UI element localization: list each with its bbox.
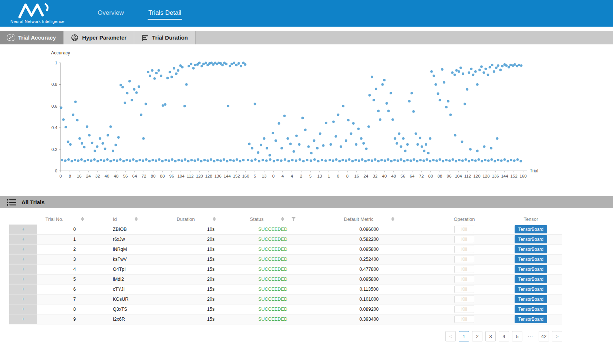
filter-icon[interactable]	[292, 217, 296, 221]
expand-row-button[interactable]: +	[9, 294, 37, 304]
svg-text:0: 0	[60, 174, 62, 178]
trial-no-cell: 6	[37, 284, 92, 294]
tensorboard-button[interactable]: TensorBoard	[515, 225, 547, 233]
status-cell: SUCCEEDED	[237, 225, 309, 234]
kill-button[interactable]: Kill	[454, 246, 474, 253]
pagination: <12345···42>	[9, 331, 562, 341]
tab-hyper-parameter[interactable]: Hyper Parameter	[64, 31, 134, 44]
pagination-page-5[interactable]: 5	[512, 331, 522, 341]
svg-text:152: 152	[510, 174, 517, 178]
tensorboard-button[interactable]: TensorBoard	[515, 275, 547, 283]
sort-icon[interactable]	[81, 217, 84, 221]
tab-trial-duration-label: Trial Duration	[152, 34, 188, 41]
duration-cell: 10s	[155, 245, 237, 254]
operation-cell: Kill	[429, 274, 499, 284]
column-header-status[interactable]: Status	[237, 213, 309, 225]
pagination-ellipsis[interactable]: ···	[525, 331, 536, 341]
trial-no-cell: 0	[37, 225, 92, 234]
status-cell: SUCCEEDED	[237, 264, 309, 274]
expand-row-button[interactable]: +	[9, 235, 37, 244]
column-header-id[interactable]: Id	[92, 213, 155, 225]
nni-logo-text: Neural Network Intelligence	[10, 19, 64, 24]
kill-button[interactable]: Kill	[454, 276, 474, 283]
expand-row-button[interactable]: +	[9, 245, 37, 254]
trials-table: Trial No.IdDurationStatusDefault MetricO…	[9, 213, 562, 324]
operation-cell: Kill	[429, 235, 499, 244]
sort-icon[interactable]	[391, 217, 394, 221]
duration-cell: 15s	[155, 255, 237, 264]
svg-text:88: 88	[438, 174, 442, 178]
tab-hyper-parameter-label: Hyper Parameter	[82, 34, 127, 41]
pagination-page-2[interactable]: 2	[472, 331, 482, 341]
svg-text:40: 40	[105, 174, 110, 178]
kill-button[interactable]: Kill	[454, 296, 474, 303]
tensorboard-button[interactable]: TensorBoard	[515, 315, 547, 323]
trial-row: +4O4TpI15sSUCCEEDED0.477800KillTensorBoa…	[9, 264, 562, 274]
tensorboard-button[interactable]: TensorBoard	[515, 285, 547, 293]
svg-text:112: 112	[187, 174, 193, 178]
tensorboard-button[interactable]: TensorBoard	[515, 255, 547, 263]
expand-row-button[interactable]: +	[9, 274, 37, 284]
kill-button[interactable]: Kill	[454, 236, 474, 243]
expand-row-button[interactable]: +	[9, 314, 37, 324]
expand-row-button[interactable]: +	[9, 304, 37, 314]
scatter-chart-icon	[7, 34, 14, 41]
nav-tab-overview[interactable]: Overview	[95, 0, 127, 27]
nav-tab-trials-detail[interactable]: Trials Detail	[145, 0, 184, 27]
sort-icon[interactable]	[135, 217, 138, 221]
tensorboard-button[interactable]: TensorBoard	[515, 235, 547, 243]
duration-cell: 15s	[155, 284, 237, 294]
trial-id-cell: O4TpI	[92, 264, 155, 274]
pagination-page-1[interactable]: 1	[459, 331, 469, 341]
pagination-page-4[interactable]: 4	[499, 331, 509, 341]
kill-button[interactable]: Kill	[454, 316, 474, 323]
kill-button[interactable]: Kill	[454, 256, 474, 263]
svg-text:56: 56	[401, 174, 405, 178]
expand-row-button[interactable]: +	[9, 284, 37, 294]
expand-row-button[interactable]: +	[9, 264, 37, 274]
column-label: Trial No.	[46, 216, 64, 222]
column-header-trial-no-[interactable]: Trial No.	[37, 213, 92, 225]
chart-y-axis-title: Accuracy	[51, 50, 613, 55]
column-header-duration[interactable]: Duration	[155, 213, 237, 225]
tensorboard-button[interactable]: TensorBoard	[515, 265, 547, 273]
expand-column-header	[9, 213, 37, 225]
kill-button[interactable]: Kill	[454, 266, 474, 273]
svg-text:80: 80	[151, 174, 156, 178]
tab-trial-accuracy[interactable]: Trial Accuracy	[0, 31, 64, 44]
tensorboard-button[interactable]: TensorBoard	[515, 305, 547, 313]
trial-row: +9I2x6R15sSUCCEEDED0.393400KillTensorBoa…	[9, 314, 562, 324]
tab-trial-duration[interactable]: Trial Duration	[134, 31, 196, 44]
tensor-cell: TensorBoard	[499, 294, 562, 304]
trial-no-cell: 7	[37, 294, 92, 304]
trial-no-cell: 3	[37, 255, 92, 264]
column-header-operation: Operation	[429, 213, 499, 225]
expand-row-button[interactable]: +	[9, 225, 37, 234]
svg-text:8: 8	[69, 174, 71, 178]
svg-text:16: 16	[77, 174, 82, 178]
trial-no-cell: 5	[37, 274, 92, 284]
status-cell: SUCCEEDED	[237, 235, 309, 244]
svg-text:136: 136	[492, 174, 499, 178]
column-header-default-metric[interactable]: Default Metric	[309, 213, 429, 225]
nav-tabs: Overview Trials Detail	[95, 0, 203, 27]
pagination-page-3[interactable]: 3	[485, 331, 496, 341]
kill-button[interactable]: Kill	[454, 226, 474, 233]
tensorboard-button[interactable]: TensorBoard	[515, 295, 547, 303]
kill-button[interactable]: Kill	[454, 306, 474, 313]
pagination-page-42[interactable]: 42	[539, 331, 549, 341]
svg-text:56: 56	[123, 174, 128, 178]
kill-button[interactable]: Kill	[454, 286, 474, 293]
default-metric-cell: 0.096000	[309, 225, 429, 234]
column-label: Duration	[176, 216, 195, 222]
sort-icon[interactable]	[213, 217, 216, 221]
svg-text:24: 24	[86, 174, 91, 178]
sort-icon[interactable]	[281, 217, 284, 221]
accuracy-scatter-chart[interactable]: 00.20.40.60.8108162432404856647280889610…	[51, 58, 543, 183]
pagination-prev[interactable]: <	[445, 331, 456, 341]
tensorboard-button[interactable]: TensorBoard	[515, 245, 547, 253]
pagination-next[interactable]: >	[552, 331, 562, 341]
expand-row-button[interactable]: +	[9, 255, 37, 264]
default-metric-cell: 0.095800	[309, 274, 429, 284]
tensor-cell: TensorBoard	[499, 304, 562, 314]
